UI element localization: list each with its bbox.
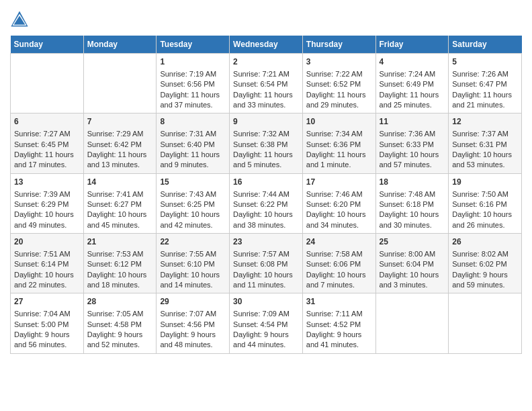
day-header-monday: Monday <box>83 36 157 54</box>
calendar-cell: 21Sunrise: 7:53 AMSunset: 6:12 PMDayligh… <box>83 234 157 293</box>
day-info: Daylight: 9 hours and 41 minutes. <box>306 330 372 351</box>
day-info: Sunset: 6:31 PM <box>452 140 518 150</box>
calendar-cell: 30Sunrise: 7:09 AMSunset: 4:54 PMDayligh… <box>230 293 303 353</box>
day-info: Sunrise: 7:26 AM <box>452 69 518 79</box>
day-info: Daylight: 11 hours and 25 minutes. <box>380 90 445 111</box>
day-info: Daylight: 10 hours and 34 minutes. <box>306 210 372 230</box>
day-info: Sunrise: 7:36 AM <box>380 129 445 139</box>
day-number: 15 <box>160 177 226 188</box>
calendar-cell: 1Sunrise: 7:19 AMSunset: 6:56 PMDaylight… <box>157 54 230 113</box>
day-info: Daylight: 11 hours and 9 minutes. <box>160 150 226 171</box>
day-number: 24 <box>306 236 372 248</box>
day-info: Sunrise: 7:21 AM <box>233 69 299 79</box>
calendar-cell: 13Sunrise: 7:39 AMSunset: 6:29 PMDayligh… <box>11 173 84 233</box>
day-number: 6 <box>14 116 80 128</box>
day-info: Sunrise: 7:50 AM <box>452 189 518 199</box>
day-info: Sunset: 6:33 PM <box>380 140 445 150</box>
day-info: Sunset: 6:47 PM <box>452 79 518 89</box>
day-number: 10 <box>306 116 372 128</box>
calendar-table: SundayMondayTuesdayWednesdayThursdayFrid… <box>10 36 522 354</box>
day-info: Sunrise: 7:27 AM <box>14 129 80 139</box>
day-number: 27 <box>14 296 80 308</box>
day-info: Daylight: 10 hours and 14 minutes. <box>160 270 226 291</box>
day-info: Sunset: 6:27 PM <box>87 199 153 210</box>
day-info: Daylight: 10 hours and 30 minutes. <box>380 210 445 230</box>
day-info: Daylight: 9 hours and 44 minutes. <box>233 330 299 351</box>
day-info: Sunset: 6:10 PM <box>160 259 226 269</box>
day-info: Sunrise: 7:51 AM <box>14 249 80 259</box>
day-number: 29 <box>160 296 226 308</box>
day-info: Sunrise: 7:04 AM <box>14 309 80 319</box>
day-info: Sunset: 6:29 PM <box>14 199 80 210</box>
day-number: 19 <box>452 177 518 188</box>
calendar-cell <box>449 293 522 353</box>
day-number: 16 <box>233 177 299 188</box>
day-info: Sunset: 6:20 PM <box>306 199 372 210</box>
day-number: 8 <box>160 116 226 128</box>
day-info: Sunset: 4:56 PM <box>160 320 226 330</box>
day-info: Daylight: 10 hours and 3 minutes. <box>380 270 445 291</box>
calendar-cell <box>11 54 84 113</box>
calendar-cell: 14Sunrise: 7:41 AMSunset: 6:27 PMDayligh… <box>83 173 157 233</box>
day-info: Sunset: 6:54 PM <box>233 79 299 89</box>
day-number: 21 <box>87 236 153 248</box>
calendar-cell: 5Sunrise: 7:26 AMSunset: 6:47 PMDaylight… <box>449 54 522 113</box>
day-info: Daylight: 11 hours and 33 minutes. <box>233 90 299 111</box>
day-info: Sunset: 6:12 PM <box>87 259 153 269</box>
day-info: Sunset: 6:25 PM <box>160 199 226 210</box>
day-number: 7 <box>87 116 153 128</box>
calendar-cell: 7Sunrise: 7:29 AMSunset: 6:42 PMDaylight… <box>83 113 157 173</box>
day-info: Sunset: 6:45 PM <box>14 140 80 150</box>
calendar-week-3: 13Sunrise: 7:39 AMSunset: 6:29 PMDayligh… <box>11 173 522 233</box>
calendar-cell: 4Sunrise: 7:24 AMSunset: 6:49 PMDaylight… <box>375 54 449 113</box>
day-header-tuesday: Tuesday <box>157 36 230 54</box>
calendar-cell: 18Sunrise: 7:48 AMSunset: 6:18 PMDayligh… <box>375 173 449 233</box>
day-number: 28 <box>87 296 153 308</box>
logo <box>10 10 32 29</box>
day-info: Sunset: 6:42 PM <box>87 140 153 150</box>
day-info: Sunset: 6:02 PM <box>452 259 518 269</box>
day-info: Sunrise: 7:09 AM <box>233 309 299 319</box>
day-info: Sunset: 6:38 PM <box>233 140 299 150</box>
day-number: 30 <box>233 296 299 308</box>
calendar-cell: 26Sunrise: 8:02 AMSunset: 6:02 PMDayligh… <box>449 234 522 293</box>
day-info: Daylight: 11 hours and 1 minute. <box>306 150 372 171</box>
day-info: Sunset: 4:54 PM <box>233 320 299 330</box>
day-info: Sunset: 6:06 PM <box>306 259 372 269</box>
calendar-cell: 8Sunrise: 7:31 AMSunset: 6:40 PMDaylight… <box>157 113 230 173</box>
calendar-cell: 10Sunrise: 7:34 AMSunset: 6:36 PMDayligh… <box>302 113 375 173</box>
day-info: Sunrise: 7:55 AM <box>160 249 226 259</box>
day-info: Daylight: 10 hours and 18 minutes. <box>87 270 153 291</box>
calendar-cell: 2Sunrise: 7:21 AMSunset: 6:54 PMDaylight… <box>230 54 303 113</box>
day-info: Daylight: 10 hours and 38 minutes. <box>233 210 299 230</box>
calendar-cell: 28Sunrise: 7:05 AMSunset: 4:58 PMDayligh… <box>83 293 157 353</box>
calendar-week-1: 1Sunrise: 7:19 AMSunset: 6:56 PMDaylight… <box>11 54 522 113</box>
day-info: Sunrise: 7:34 AM <box>306 129 372 139</box>
day-info: Sunset: 6:16 PM <box>452 199 518 210</box>
calendar-cell: 24Sunrise: 7:58 AMSunset: 6:06 PMDayligh… <box>302 234 375 293</box>
calendar-cell: 29Sunrise: 7:07 AMSunset: 4:56 PMDayligh… <box>157 293 230 353</box>
day-info: Sunset: 6:04 PM <box>380 259 445 269</box>
calendar-cell <box>375 293 449 353</box>
day-info: Daylight: 11 hours and 13 minutes. <box>87 150 153 171</box>
day-number: 25 <box>380 236 445 248</box>
day-info: Daylight: 9 hours and 52 minutes. <box>87 330 153 351</box>
day-number: 14 <box>87 177 153 188</box>
day-info: Sunrise: 7:24 AM <box>380 69 445 79</box>
day-info: Daylight: 10 hours and 7 minutes. <box>306 270 372 291</box>
calendar-cell: 31Sunrise: 7:11 AMSunset: 4:52 PMDayligh… <box>302 293 375 353</box>
calendar-cell: 22Sunrise: 7:55 AMSunset: 6:10 PMDayligh… <box>157 234 230 293</box>
calendar-week-4: 20Sunrise: 7:51 AMSunset: 6:14 PMDayligh… <box>11 234 522 293</box>
calendar-cell: 15Sunrise: 7:43 AMSunset: 6:25 PMDayligh… <box>157 173 230 233</box>
calendar-cell: 9Sunrise: 7:32 AMSunset: 6:38 PMDaylight… <box>230 113 303 173</box>
day-number: 18 <box>380 177 445 188</box>
day-info: Sunrise: 7:57 AM <box>233 249 299 259</box>
day-info: Sunset: 6:14 PM <box>14 259 80 269</box>
day-number: 23 <box>233 236 299 248</box>
day-info: Sunrise: 7:58 AM <box>306 249 372 259</box>
day-header-wednesday: Wednesday <box>230 36 303 54</box>
day-number: 13 <box>14 177 80 188</box>
day-info: Sunrise: 7:31 AM <box>160 129 226 139</box>
day-info: Daylight: 10 hours and 22 minutes. <box>14 270 80 291</box>
day-info: Daylight: 9 hours and 48 minutes. <box>160 330 226 351</box>
